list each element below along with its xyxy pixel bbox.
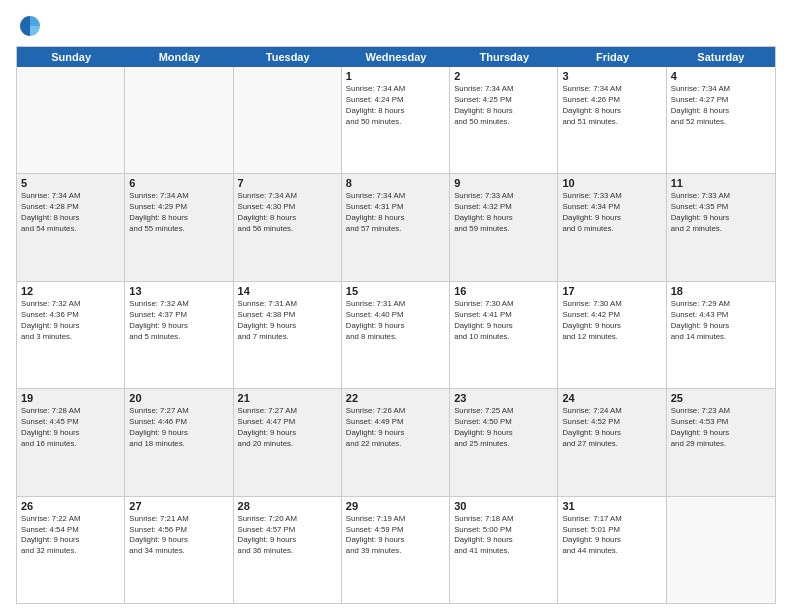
day-number: 7 <box>238 177 337 189</box>
day-cell-14: 14Sunrise: 7:31 AM Sunset: 4:38 PM Dayli… <box>234 282 342 388</box>
day-number: 1 <box>346 70 445 82</box>
day-number: 26 <box>21 500 120 512</box>
day-cell-24: 24Sunrise: 7:24 AM Sunset: 4:52 PM Dayli… <box>558 389 666 495</box>
day-number: 28 <box>238 500 337 512</box>
day-number: 21 <box>238 392 337 404</box>
calendar: SundayMondayTuesdayWednesdayThursdayFrid… <box>16 46 776 604</box>
day-number: 13 <box>129 285 228 297</box>
day-number: 16 <box>454 285 553 297</box>
day-cell-17: 17Sunrise: 7:30 AM Sunset: 4:42 PM Dayli… <box>558 282 666 388</box>
day-number: 22 <box>346 392 445 404</box>
day-cell-8: 8Sunrise: 7:34 AM Sunset: 4:31 PM Daylig… <box>342 174 450 280</box>
day-info: Sunrise: 7:30 AM Sunset: 4:42 PM Dayligh… <box>562 299 661 343</box>
calendar-row-4: 19Sunrise: 7:28 AM Sunset: 4:45 PM Dayli… <box>17 389 775 496</box>
day-number: 20 <box>129 392 228 404</box>
header-day-thursday: Thursday <box>450 47 558 67</box>
day-info: Sunrise: 7:34 AM Sunset: 4:28 PM Dayligh… <box>21 191 120 235</box>
logo-icon <box>16 12 44 40</box>
day-cell-10: 10Sunrise: 7:33 AM Sunset: 4:34 PM Dayli… <box>558 174 666 280</box>
day-cell-18: 18Sunrise: 7:29 AM Sunset: 4:43 PM Dayli… <box>667 282 775 388</box>
day-cell-22: 22Sunrise: 7:26 AM Sunset: 4:49 PM Dayli… <box>342 389 450 495</box>
day-info: Sunrise: 7:31 AM Sunset: 4:40 PM Dayligh… <box>346 299 445 343</box>
day-info: Sunrise: 7:19 AM Sunset: 4:59 PM Dayligh… <box>346 514 445 558</box>
day-cell-27: 27Sunrise: 7:21 AM Sunset: 4:56 PM Dayli… <box>125 497 233 603</box>
day-cell-26: 26Sunrise: 7:22 AM Sunset: 4:54 PM Dayli… <box>17 497 125 603</box>
day-info: Sunrise: 7:33 AM Sunset: 4:35 PM Dayligh… <box>671 191 771 235</box>
calendar-row-1: 1Sunrise: 7:34 AM Sunset: 4:24 PM Daylig… <box>17 67 775 174</box>
day-number: 17 <box>562 285 661 297</box>
day-cell-31: 31Sunrise: 7:17 AM Sunset: 5:01 PM Dayli… <box>558 497 666 603</box>
calendar-row-3: 12Sunrise: 7:32 AM Sunset: 4:36 PM Dayli… <box>17 282 775 389</box>
calendar-header: SundayMondayTuesdayWednesdayThursdayFrid… <box>17 47 775 67</box>
header-day-friday: Friday <box>558 47 666 67</box>
day-cell-13: 13Sunrise: 7:32 AM Sunset: 4:37 PM Dayli… <box>125 282 233 388</box>
day-cell-6: 6Sunrise: 7:34 AM Sunset: 4:29 PM Daylig… <box>125 174 233 280</box>
day-info: Sunrise: 7:25 AM Sunset: 4:50 PM Dayligh… <box>454 406 553 450</box>
day-number: 25 <box>671 392 771 404</box>
calendar-body: 1Sunrise: 7:34 AM Sunset: 4:24 PM Daylig… <box>17 67 775 603</box>
day-cell-23: 23Sunrise: 7:25 AM Sunset: 4:50 PM Dayli… <box>450 389 558 495</box>
day-cell-1: 1Sunrise: 7:34 AM Sunset: 4:24 PM Daylig… <box>342 67 450 173</box>
day-info: Sunrise: 7:24 AM Sunset: 4:52 PM Dayligh… <box>562 406 661 450</box>
day-info: Sunrise: 7:34 AM Sunset: 4:31 PM Dayligh… <box>346 191 445 235</box>
day-cell-7: 7Sunrise: 7:34 AM Sunset: 4:30 PM Daylig… <box>234 174 342 280</box>
day-number: 23 <box>454 392 553 404</box>
day-number: 10 <box>562 177 661 189</box>
day-number: 3 <box>562 70 661 82</box>
day-cell-28: 28Sunrise: 7:20 AM Sunset: 4:57 PM Dayli… <box>234 497 342 603</box>
header-day-saturday: Saturday <box>667 47 775 67</box>
day-number: 4 <box>671 70 771 82</box>
day-info: Sunrise: 7:33 AM Sunset: 4:34 PM Dayligh… <box>562 191 661 235</box>
page: SundayMondayTuesdayWednesdayThursdayFrid… <box>0 0 792 612</box>
day-cell-11: 11Sunrise: 7:33 AM Sunset: 4:35 PM Dayli… <box>667 174 775 280</box>
empty-cell <box>17 67 125 173</box>
empty-cell <box>234 67 342 173</box>
day-cell-4: 4Sunrise: 7:34 AM Sunset: 4:27 PM Daylig… <box>667 67 775 173</box>
empty-cell <box>667 497 775 603</box>
day-info: Sunrise: 7:33 AM Sunset: 4:32 PM Dayligh… <box>454 191 553 235</box>
day-number: 12 <box>21 285 120 297</box>
day-info: Sunrise: 7:34 AM Sunset: 4:25 PM Dayligh… <box>454 84 553 128</box>
day-cell-19: 19Sunrise: 7:28 AM Sunset: 4:45 PM Dayli… <box>17 389 125 495</box>
day-cell-15: 15Sunrise: 7:31 AM Sunset: 4:40 PM Dayli… <box>342 282 450 388</box>
day-info: Sunrise: 7:27 AM Sunset: 4:47 PM Dayligh… <box>238 406 337 450</box>
day-info: Sunrise: 7:30 AM Sunset: 4:41 PM Dayligh… <box>454 299 553 343</box>
day-info: Sunrise: 7:26 AM Sunset: 4:49 PM Dayligh… <box>346 406 445 450</box>
day-cell-29: 29Sunrise: 7:19 AM Sunset: 4:59 PM Dayli… <box>342 497 450 603</box>
header-day-monday: Monday <box>125 47 233 67</box>
day-number: 14 <box>238 285 337 297</box>
day-number: 29 <box>346 500 445 512</box>
day-cell-20: 20Sunrise: 7:27 AM Sunset: 4:46 PM Dayli… <box>125 389 233 495</box>
day-info: Sunrise: 7:32 AM Sunset: 4:37 PM Dayligh… <box>129 299 228 343</box>
header-day-tuesday: Tuesday <box>234 47 342 67</box>
day-cell-21: 21Sunrise: 7:27 AM Sunset: 4:47 PM Dayli… <box>234 389 342 495</box>
day-info: Sunrise: 7:31 AM Sunset: 4:38 PM Dayligh… <box>238 299 337 343</box>
header-day-sunday: Sunday <box>17 47 125 67</box>
day-cell-5: 5Sunrise: 7:34 AM Sunset: 4:28 PM Daylig… <box>17 174 125 280</box>
day-cell-16: 16Sunrise: 7:30 AM Sunset: 4:41 PM Dayli… <box>450 282 558 388</box>
day-number: 24 <box>562 392 661 404</box>
day-info: Sunrise: 7:34 AM Sunset: 4:27 PM Dayligh… <box>671 84 771 128</box>
day-number: 27 <box>129 500 228 512</box>
empty-cell <box>125 67 233 173</box>
day-info: Sunrise: 7:18 AM Sunset: 5:00 PM Dayligh… <box>454 514 553 558</box>
day-number: 30 <box>454 500 553 512</box>
day-number: 9 <box>454 177 553 189</box>
day-info: Sunrise: 7:34 AM Sunset: 4:29 PM Dayligh… <box>129 191 228 235</box>
day-number: 6 <box>129 177 228 189</box>
day-number: 11 <box>671 177 771 189</box>
calendar-row-2: 5Sunrise: 7:34 AM Sunset: 4:28 PM Daylig… <box>17 174 775 281</box>
day-number: 5 <box>21 177 120 189</box>
day-info: Sunrise: 7:34 AM Sunset: 4:26 PM Dayligh… <box>562 84 661 128</box>
day-info: Sunrise: 7:27 AM Sunset: 4:46 PM Dayligh… <box>129 406 228 450</box>
header <box>16 12 776 40</box>
day-info: Sunrise: 7:20 AM Sunset: 4:57 PM Dayligh… <box>238 514 337 558</box>
day-number: 31 <box>562 500 661 512</box>
header-day-wednesday: Wednesday <box>342 47 450 67</box>
day-number: 18 <box>671 285 771 297</box>
day-cell-30: 30Sunrise: 7:18 AM Sunset: 5:00 PM Dayli… <box>450 497 558 603</box>
day-cell-12: 12Sunrise: 7:32 AM Sunset: 4:36 PM Dayli… <box>17 282 125 388</box>
day-info: Sunrise: 7:32 AM Sunset: 4:36 PM Dayligh… <box>21 299 120 343</box>
day-cell-3: 3Sunrise: 7:34 AM Sunset: 4:26 PM Daylig… <box>558 67 666 173</box>
day-info: Sunrise: 7:23 AM Sunset: 4:53 PM Dayligh… <box>671 406 771 450</box>
